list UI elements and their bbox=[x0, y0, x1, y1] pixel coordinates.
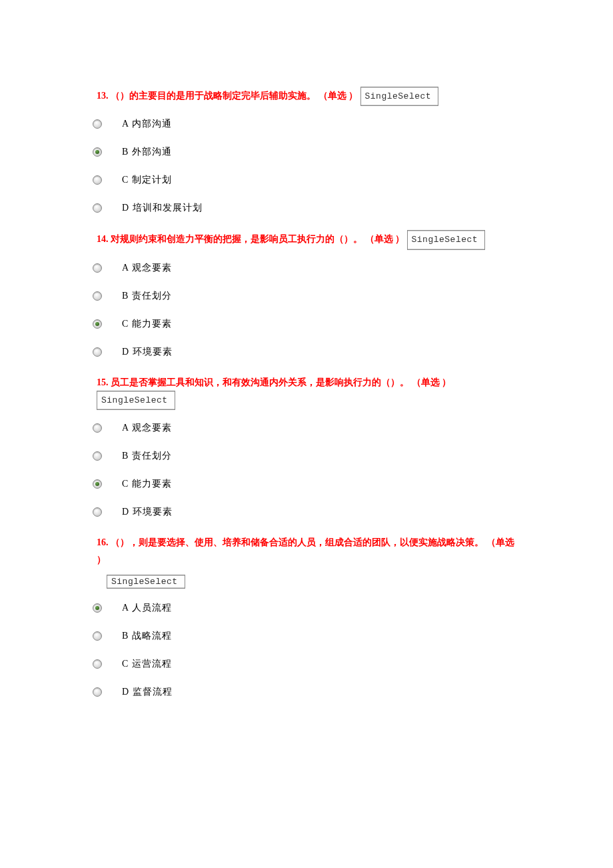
option-label: D 环境要素 bbox=[122, 506, 173, 518]
option-label: B 外部沟通 bbox=[122, 146, 172, 158]
option-row[interactable]: C 能力要素 bbox=[93, 478, 516, 490]
radio-icon[interactable] bbox=[93, 147, 102, 157]
option-row[interactable]: D 培训和发展计划 bbox=[93, 202, 516, 214]
option-row[interactable]: B 外部沟通 bbox=[93, 146, 516, 158]
radio-icon[interactable] bbox=[93, 203, 102, 213]
question-line: 15. 员工是否掌握工具和知识，和有效沟通内外关系，是影响执行力的（）。 （单选… bbox=[97, 374, 516, 411]
question-line: 14. 对规则约束和创造力平衡的把握，是影响员工执行力的（）。 （单选 ） Si… bbox=[97, 230, 516, 249]
single-select-tag: SingleSelect bbox=[407, 230, 486, 249]
option-label: D 监督流程 bbox=[122, 686, 173, 698]
radio-icon[interactable] bbox=[93, 451, 102, 461]
radio-icon[interactable] bbox=[93, 119, 102, 129]
question-text: 对规则约束和创造力平衡的把握，是影响员工执行力的（）。 bbox=[111, 234, 362, 244]
option-label: D 环境要素 bbox=[122, 346, 173, 358]
option-row[interactable]: C 运营流程 bbox=[93, 658, 516, 670]
radio-icon[interactable] bbox=[93, 659, 102, 669]
option-label: B 责任划分 bbox=[122, 290, 172, 302]
radio-icon[interactable] bbox=[93, 263, 102, 273]
option-label: A 观念要素 bbox=[122, 262, 172, 274]
single-select-tag: SingleSelect bbox=[360, 87, 439, 106]
option-row[interactable]: D 监督流程 bbox=[93, 686, 516, 698]
option-label: C 制定计划 bbox=[122, 174, 172, 186]
radio-icon[interactable] bbox=[93, 347, 102, 357]
option-label: C 能力要素 bbox=[122, 478, 172, 490]
option-row[interactable]: B 责任划分 bbox=[93, 290, 516, 302]
option-row[interactable]: D 环境要素 bbox=[93, 346, 516, 358]
question-number: 14. bbox=[97, 234, 109, 244]
option-row[interactable]: D 环境要素 bbox=[93, 506, 516, 518]
question-type-label: （单选 ） bbox=[365, 234, 405, 244]
question-number: 16. bbox=[97, 537, 109, 547]
option-row[interactable]: A 人员流程 bbox=[93, 602, 516, 614]
question-14: 14. 对规则约束和创造力平衡的把握，是影响员工执行力的（）。 （单选 ） Si… bbox=[97, 230, 516, 357]
option-row[interactable]: C 制定计划 bbox=[93, 174, 516, 186]
option-row[interactable]: A 观念要素 bbox=[93, 262, 516, 274]
option-row[interactable]: A 观念要素 bbox=[93, 422, 516, 434]
radio-icon[interactable] bbox=[93, 507, 102, 517]
radio-icon[interactable] bbox=[93, 603, 102, 613]
tag-wrap: SingleSelect bbox=[97, 572, 516, 589]
radio-icon[interactable] bbox=[93, 423, 102, 433]
single-select-tag: SingleSelect bbox=[107, 575, 185, 589]
question-text: （）的主要目的是用于战略制定完毕后辅助实施。 bbox=[111, 91, 316, 101]
option-row[interactable]: C 能力要素 bbox=[93, 318, 516, 330]
option-label: D 培训和发展计划 bbox=[122, 202, 203, 214]
question-number: 13. bbox=[97, 91, 109, 101]
radio-icon[interactable] bbox=[93, 175, 102, 185]
single-select-tag: SingleSelect bbox=[97, 391, 175, 410]
question-16: 16. （），则是要选择、使用、培养和储备合适的人员，组成合适的团队，以便实施战… bbox=[97, 534, 516, 697]
option-row[interactable]: B 责任划分 bbox=[93, 450, 516, 462]
question-13: 13. （）的主要目的是用于战略制定完毕后辅助实施。 （单选 ） SingleS… bbox=[97, 87, 516, 214]
radio-icon[interactable] bbox=[93, 631, 102, 641]
question-text: 员工是否掌握工具和知识，和有效沟通内外关系，是影响执行力的（）。 bbox=[111, 377, 409, 387]
radio-icon[interactable] bbox=[93, 319, 102, 329]
option-row[interactable]: B 战略流程 bbox=[93, 630, 516, 642]
option-row[interactable]: A 内部沟通 bbox=[93, 118, 516, 130]
question-number: 15. bbox=[97, 377, 109, 387]
option-label: C 能力要素 bbox=[122, 318, 172, 330]
option-label: B 责任划分 bbox=[122, 450, 172, 462]
option-label: C 运营流程 bbox=[122, 658, 172, 670]
option-label: B 战略流程 bbox=[122, 630, 172, 642]
option-label: A 人员流程 bbox=[122, 602, 172, 614]
option-label: A 内部沟通 bbox=[122, 118, 172, 130]
question-line: 13. （）的主要目的是用于战略制定完毕后辅助实施。 （单选 ） SingleS… bbox=[97, 87, 516, 106]
question-text: （），则是要选择、使用、培养和储备合适的人员，组成合适的团队，以便实施战略决策。 bbox=[111, 537, 484, 547]
question-type-label: （单选 ） bbox=[318, 91, 358, 101]
option-label: A 观念要素 bbox=[122, 422, 172, 434]
radio-icon[interactable] bbox=[93, 291, 102, 301]
radio-icon[interactable] bbox=[93, 687, 102, 697]
radio-icon[interactable] bbox=[93, 479, 102, 489]
question-type-label: （单选 ） bbox=[412, 377, 452, 387]
question-line: 16. （），则是要选择、使用、培养和储备合适的人员，组成合适的团队，以便实施战… bbox=[97, 534, 516, 567]
question-15: 15. 员工是否掌握工具和知识，和有效沟通内外关系，是影响执行力的（）。 （单选… bbox=[97, 374, 516, 519]
